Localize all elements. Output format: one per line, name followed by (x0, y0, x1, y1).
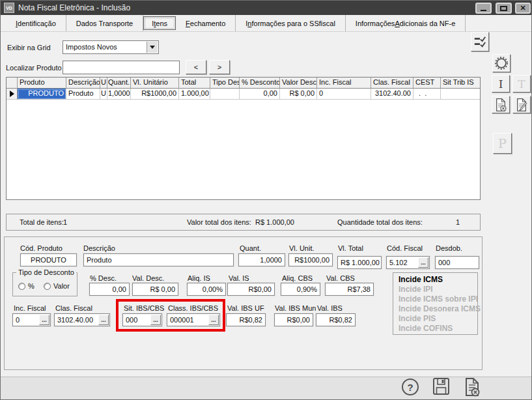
close-icon: ✕ (520, 5, 525, 12)
apply-grid-view-button[interactable] (471, 32, 489, 51)
cell-inc-fiscal[interactable]: 0 (317, 89, 371, 100)
vl-unit-field[interactable]: R$1000,00 (288, 253, 333, 266)
col-cest[interactable]: CEST (413, 78, 441, 89)
col-total[interactable]: Total (179, 78, 210, 89)
cell-tipo-des[interactable] (210, 89, 240, 100)
valor-total-label: Valor total dos itens: (187, 218, 251, 226)
next-button[interactable]: > (209, 60, 230, 74)
col-clas-fiscal[interactable]: Clas. Fiscal (371, 78, 413, 89)
col-perc-desconto[interactable]: % Desconto (240, 78, 280, 89)
cell-u[interactable]: U (100, 89, 107, 100)
desconto-percent-radio[interactable]: % (18, 282, 35, 290)
aliq-is-label: Aliq. IS (188, 274, 210, 282)
col-inc-fiscal[interactable]: Inc. Fiscal (317, 78, 371, 89)
valor-total-value: R$ 1.000,00 (255, 218, 294, 226)
tab-informacoes-ssfiscal[interactable]: Informações para o SSfiscal (236, 15, 346, 31)
exibir-na-grid-value: Impostos Novos (66, 43, 117, 51)
col-descricao[interactable]: Descrição (66, 78, 100, 89)
items-grid[interactable]: Produto Descrição U Quant. Vl. Unitário … (6, 77, 481, 200)
incide-ipi: Incide IPI (399, 285, 477, 294)
clas-fiscal-field[interactable]: 3102.40.00 ... (54, 313, 110, 326)
print-button-disabled: P (493, 133, 512, 154)
dropdown-arrow-icon[interactable] (147, 42, 158, 53)
cancel-document-button[interactable] (464, 377, 481, 398)
grid-selector-header (7, 78, 18, 89)
maximize-button[interactable] (496, 3, 512, 14)
col-valor-desc[interactable]: Valor Desc (280, 78, 317, 89)
cell-total[interactable]: 1.000,00 (179, 89, 210, 100)
perc-desc-field[interactable]: 0,00 (89, 283, 130, 296)
val-is-field[interactable]: R$0,00 (227, 283, 275, 296)
total-itens-value: 1 (63, 218, 67, 226)
radio-icon (44, 283, 51, 290)
edit-item-button[interactable] (512, 96, 531, 113)
help-button[interactable]: ? (402, 379, 419, 395)
cell-descricao[interactable]: Produto (66, 89, 100, 100)
perc-desc-label: % Desc. (90, 274, 117, 282)
close-button[interactable]: ✕ (515, 3, 531, 14)
tab-itens[interactable]: Itens (143, 16, 176, 30)
maximize-icon (500, 6, 507, 11)
cell-cest[interactable]: . . (413, 89, 441, 100)
cell-sit-trib-is[interactable] (441, 89, 480, 100)
vl-total-field[interactable]: R$ 1.000,00 (337, 256, 382, 269)
cell-vl-unitario[interactable]: R$1000,00 (131, 89, 179, 100)
italic-button[interactable]: I (492, 75, 510, 93)
total-itens-label: Total de itens: (20, 218, 64, 226)
minimize-icon (481, 10, 486, 11)
tipo-desconto-legend: Tipo de Desconto (16, 268, 76, 276)
clas-fiscal-browse-button[interactable]: ... (98, 315, 109, 325)
inc-fiscal-label: Inc. Fiscal (14, 304, 46, 312)
aliq-is-field[interactable]: 0,00% (187, 283, 226, 296)
val-desc-field[interactable]: R$ 0,00 (132, 283, 178, 296)
val-ibs-mun-field[interactable]: R$0,00 (274, 313, 313, 326)
aliq-cbs-field[interactable]: 0,90% (281, 283, 320, 296)
titlebar: VD Nota Fiscal Eletrônica - Inclusão ✕ (1, 1, 531, 15)
col-tipo-des[interactable]: Tipo Des (210, 78, 240, 89)
previous-button[interactable]: < (186, 60, 206, 74)
document-edit-icon (515, 98, 528, 112)
tab-informacoes-adicionais[interactable]: Informações Adicionais da NF-e (346, 15, 466, 31)
cell-produto[interactable]: PRODUTO (18, 89, 66, 100)
desdob-field[interactable]: 000 (435, 256, 479, 269)
exibir-na-grid-select[interactable]: Impostos Novos (63, 40, 159, 54)
cod-fiscal-field[interactable]: 5.102 ... (386, 256, 430, 269)
table-row[interactable]: PRODUTO Produto U 1,0000 R$1000,00 1.000… (7, 89, 480, 100)
localizar-produto-input[interactable] (63, 61, 180, 74)
cell-clas-fiscal[interactable]: 3102.40.00 (371, 89, 413, 100)
seal-button[interactable] (492, 54, 511, 72)
descricao-field[interactable]: Produto (83, 253, 234, 266)
val-ibs-field[interactable]: R$0,82 (316, 313, 356, 326)
desdob-label: Desdob. (436, 244, 462, 252)
tab-dados-transporte[interactable]: Dados Transporte (66, 15, 143, 31)
col-u[interactable]: U (100, 78, 107, 89)
text-button-disabled: T (512, 75, 531, 93)
cod-fiscal-label: Cód. Fiscal (387, 244, 423, 252)
inc-fiscal-field[interactable]: 0 ... (12, 313, 51, 326)
cod-fiscal-browse-button[interactable]: ... (418, 257, 428, 268)
tab-identificacao[interactable]: Identificação (6, 15, 66, 31)
desconto-valor-radio[interactable]: Valor (44, 282, 70, 290)
cell-perc-desconto[interactable]: 0,00 (240, 89, 280, 100)
val-ibs-uf-field[interactable]: R$0,82 (226, 313, 266, 326)
cod-produto-field[interactable]: PRODUTO (20, 253, 77, 266)
col-quant[interactable]: Quant. (107, 78, 131, 89)
cell-quant[interactable]: 1,0000 (107, 89, 131, 100)
window-title: Nota Fiscal Eletrônica - Inclusão (18, 3, 130, 12)
row-selector[interactable] (7, 89, 18, 100)
incide-cofins: Incide COFINS (399, 324, 477, 334)
col-sit-trib-is[interactable]: Sit Trib IS (441, 78, 480, 89)
save-button[interactable] (432, 377, 450, 397)
col-produto[interactable]: Produto (18, 78, 66, 89)
col-vl-unitario[interactable]: Vl. Unitário (131, 78, 179, 89)
minimize-button[interactable] (475, 3, 492, 14)
inc-fiscal-browse-button[interactable]: ... (39, 315, 49, 325)
incide-icms: Incide ICMS (399, 275, 477, 285)
tab-fechamento[interactable]: Fechamento (176, 15, 236, 31)
incide-pis: Incide PIS (399, 314, 477, 324)
remove-item-button[interactable] (492, 96, 510, 113)
val-ibs-uf-label: Val. IBS UF (227, 304, 264, 312)
cell-valor-desc[interactable]: R$ 0,00 (280, 89, 317, 100)
quant-field[interactable]: 1,0000 (238, 253, 285, 266)
val-cbs-field[interactable]: R$7,38 (325, 283, 374, 296)
